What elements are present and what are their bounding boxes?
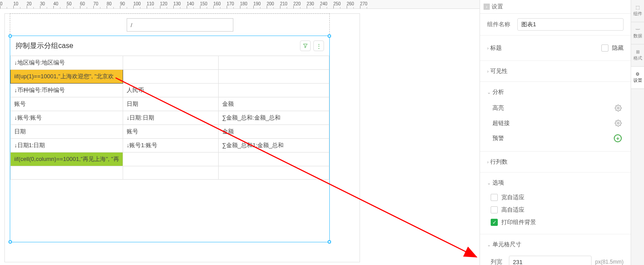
gear-icon[interactable] [615, 120, 622, 127]
table-cell[interactable]: iif(up(1)==10001,"上海欢迎您", "北京欢 [11, 70, 123, 84]
table-cell[interactable]: ↓币种编号:币种编号 [11, 84, 123, 97]
tab-settings[interactable]: ⚙ 设置 [631, 67, 644, 89]
rowcol-label: 行列数 [490, 158, 508, 165]
col-width-unit: px(81.5mm) [595, 259, 624, 265]
data-tab-icon: 〰 [636, 27, 640, 32]
print-bg-label: 打印组件背景 [501, 218, 536, 226]
chart-data-grid[interactable]: ↓地区编号:地区编号iif(up(1)==10001,"上海欢迎您", "北京欢… [10, 56, 329, 180]
chart-component[interactable]: 抑制显示分组case ⋮ ↓地区编号:地区编号iif(up(1)==10001,… [10, 36, 330, 242]
design-surface[interactable]: / 抑制显示分组case ⋮ ↓地区编号:地区编号iif(up(1)==1000… [0, 9, 480, 265]
visibility-label: 可见性 [490, 68, 508, 74]
chart-empty-area [10, 180, 329, 242]
col-width-input[interactable] [509, 256, 592, 265]
table-cell[interactable]: 人民币 [123, 84, 218, 97]
chart-header: 抑制显示分组case ⋮ [10, 36, 329, 56]
resize-handle-tl[interactable] [8, 34, 12, 38]
table-cell[interactable]: 账号 [123, 125, 218, 139]
table-row[interactable]: ↓账号:账号↓日期:日期∑金额_总和:金额_总和 [11, 111, 329, 125]
width-fit-checkbox[interactable]: 宽自适应 [491, 191, 624, 204]
table-cell[interactable] [123, 56, 218, 70]
table-cell[interactable]: 账号 [11, 97, 123, 111]
path-input[interactable]: / [127, 18, 233, 32]
checkbox-icon [491, 206, 498, 213]
table-cell[interactable]: ↓日期:日期 [123, 111, 218, 125]
table-cell[interactable]: ↓地区编号:地区编号 [11, 56, 123, 70]
table-cell[interactable] [218, 166, 329, 180]
highlight-label: 高亮 [492, 104, 504, 112]
table-row[interactable]: ↓日期1:日期↓账号1:账号∑金额_总和1:金额_总和 [11, 139, 329, 153]
plus-icon[interactable]: + [614, 134, 622, 142]
warning-row[interactable]: 预警 + [491, 131, 624, 146]
table-cell[interactable] [11, 166, 123, 180]
table-row[interactable] [11, 166, 329, 180]
more-icon[interactable]: ⋮ [313, 40, 324, 51]
component-name-input[interactable] [517, 18, 624, 31]
path-input-value: / [131, 22, 132, 28]
checkbox-icon [491, 194, 498, 201]
gear-icon[interactable] [615, 104, 622, 112]
table-row[interactable]: iif(cell(0,column)==10001,"再见上海", "再 [11, 153, 329, 166]
resize-handle-tr[interactable] [328, 34, 331, 38]
table-row[interactable]: ↓地区编号:地区编号 [11, 56, 329, 70]
table-row[interactable]: 日期账号金额 [11, 125, 329, 139]
table-row[interactable]: ↓币种编号:币种编号人民币 [11, 84, 329, 97]
table-cell[interactable]: 金额 [218, 97, 329, 111]
warning-label: 预警 [492, 134, 504, 142]
tab-label: 数据 [633, 33, 642, 39]
chevron-right-icon[interactable]: › [487, 46, 488, 51]
table-cell[interactable]: 金额 [218, 125, 329, 139]
table-row[interactable]: 账号日期金额 [11, 97, 329, 111]
filter-icon[interactable] [300, 40, 311, 51]
table-cell[interactable]: ↓账号1:账号 [123, 139, 218, 153]
col-width-label: 列宽 [491, 258, 505, 265]
resize-handle-br[interactable] [328, 240, 331, 244]
table-cell[interactable]: ∑金额_总和:金额_总和 [218, 111, 329, 125]
hyperlink-row[interactable]: 超链接 [491, 116, 624, 131]
hide-label: 隐藏 [612, 44, 624, 52]
chevron-right-icon[interactable]: › [487, 69, 488, 74]
table-cell[interactable]: ↓日期1:日期 [11, 139, 123, 153]
table-cell[interactable]: iif(cell(0,column)==10001,"再见上海", "再 [11, 153, 123, 166]
height-fit-checkbox[interactable]: 高自适应 [491, 204, 624, 216]
highlight-row[interactable]: 高亮 [491, 100, 624, 116]
table-cell[interactable]: ↓账号:账号 [11, 111, 123, 125]
section-rowcol: ›行列数 [480, 151, 631, 172]
chevron-down-icon[interactable]: ⌄ [487, 90, 491, 95]
table-cell[interactable] [218, 84, 329, 97]
tab-format[interactable]: ⊞ 格式 [631, 44, 644, 67]
section-visibility: ›可见性 [480, 60, 631, 81]
table-cell[interactable]: ∑金额_总和1:金额_总和 [218, 139, 329, 153]
hide-checkbox[interactable]: 隐藏 [601, 42, 624, 54]
table-cell[interactable] [123, 70, 218, 84]
height-fit-label: 高自适应 [501, 206, 524, 214]
table-cell[interactable] [218, 70, 329, 84]
component-name-label: 组件名称 [487, 20, 514, 28]
table-cell[interactable]: 日期 [123, 97, 218, 111]
tab-label: 格式 [633, 55, 642, 61]
table-cell[interactable] [218, 153, 329, 166]
collapse-icon[interactable]: › [484, 4, 490, 10]
format-tab-icon: ⊞ [636, 49, 640, 54]
horizontal-ruler: 0102030405060708090100110120130140150160… [0, 0, 480, 9]
panel-header: › 设置 [480, 0, 631, 14]
table-row[interactable]: iif(up(1)==10001,"上海欢迎您", "北京欢 [11, 70, 329, 84]
design-canvas[interactable]: 0102030405060708090100110120130140150160… [0, 0, 480, 265]
print-bg-checkbox[interactable]: ✓ 打印组件背景 [491, 216, 624, 229]
table-cell[interactable] [123, 166, 218, 180]
section-options: ⌄选项 宽自适应 高自适应 ✓ 打印组件背景 [480, 172, 631, 234]
tab-data[interactable]: 〰 数据 [631, 22, 644, 44]
component-drop-area[interactable]: / [10, 13, 330, 36]
properties-panel: › 设置 组件名称 ›标题 隐藏 ›可见性 ⌄分析 高亮 超链接 [480, 0, 631, 265]
tab-component[interactable]: ⬚ 组件 [631, 0, 644, 22]
right-tab-bar: ⬚ 组件 〰 数据 ⊞ 格式 ⚙ 设置 [631, 0, 644, 265]
chevron-down-icon[interactable]: ⌄ [487, 181, 491, 185]
table-cell[interactable] [218, 56, 329, 70]
table-cell[interactable] [123, 153, 218, 166]
chevron-down-icon[interactable]: ⌄ [487, 242, 491, 247]
chevron-right-icon[interactable]: › [487, 160, 488, 165]
component-tab-icon: ⬚ [636, 5, 640, 10]
hyperlink-label: 超链接 [492, 119, 510, 127]
svg-point-3 [617, 122, 619, 124]
table-cell[interactable]: 日期 [11, 125, 123, 139]
resize-handle-bl[interactable] [8, 240, 12, 244]
